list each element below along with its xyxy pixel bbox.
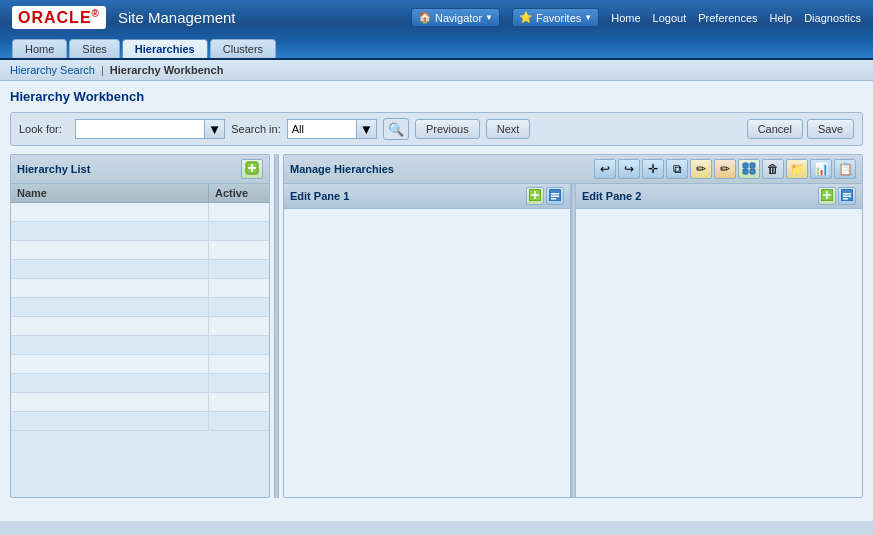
cell-active [209, 393, 269, 411]
workspace: Hierarchy List Name Active [10, 154, 863, 498]
cell-active [209, 298, 269, 316]
table-row [11, 241, 269, 260]
table-row [11, 279, 269, 298]
forward-icon: ↪ [624, 162, 634, 176]
save-button[interactable]: Save [807, 119, 854, 139]
cell-name [11, 336, 209, 354]
edit-pane-1-edit-btn[interactable] [546, 187, 564, 205]
svg-rect-18 [843, 193, 851, 195]
left-divider[interactable]: · · · [274, 154, 279, 498]
toolbar-chart-btn[interactable]: 📊 [810, 159, 832, 179]
toolbar-export-btn[interactable]: 📋 [834, 159, 856, 179]
table-row [11, 355, 269, 374]
col-active: Active [209, 184, 269, 202]
svg-rect-11 [551, 193, 559, 195]
breadcrumb-parent[interactable]: Hierarchy Search [10, 64, 95, 76]
tab-home[interactable]: Home [12, 39, 67, 58]
cell-active [209, 336, 269, 354]
search-bar: Look for: ▼ Search in: All ▼ 🔍 Previous … [10, 112, 863, 146]
cancel-button[interactable]: Cancel [747, 119, 803, 139]
tab-hierarchies[interactable]: Hierarchies [122, 39, 208, 58]
nav-logout[interactable]: Logout [653, 12, 687, 24]
svg-rect-20 [843, 198, 848, 200]
cell-name [11, 203, 209, 221]
table-row [11, 260, 269, 279]
add-hierarchy-icon [245, 161, 259, 178]
edit2-icon: ✏ [720, 162, 730, 176]
favorites-arrow: ▼ [584, 13, 592, 22]
search-in-arrow: ▼ [360, 122, 373, 137]
nav-diagnostics[interactable]: Diagnostics [804, 12, 861, 24]
toolbar-edit2-btn[interactable]: ✏ [714, 159, 736, 179]
tab-sites[interactable]: Sites [69, 39, 119, 58]
edit-icon: ✏ [696, 162, 706, 176]
toolbar-delete-btn[interactable]: 🗑 [762, 159, 784, 179]
search-text-input[interactable] [75, 119, 205, 139]
folder-icon: 📁 [790, 162, 805, 176]
copy-icon: ⧉ [673, 162, 682, 176]
previous-button[interactable]: Previous [415, 119, 480, 139]
next-button[interactable]: Next [486, 119, 531, 139]
nav-preferences[interactable]: Preferences [698, 12, 757, 24]
toolbar-copy-btn[interactable]: ⧉ [666, 159, 688, 179]
search-dropdown-btn[interactable]: ▼ [205, 119, 225, 139]
search-go-button[interactable]: 🔍 [383, 118, 409, 140]
pane2-edit-icon [841, 189, 853, 204]
look-for-label: Look for: [19, 123, 69, 135]
cell-name [11, 222, 209, 240]
navigator-btn[interactable]: 🏠 Navigator ▼ [411, 8, 500, 27]
cell-name [11, 317, 209, 335]
tabs-row: Home Sites Hierarchies Clusters [12, 35, 861, 58]
cell-active [209, 374, 269, 392]
tab-clusters[interactable]: Clusters [210, 39, 276, 58]
hierarchy-list-table-body [11, 203, 269, 497]
nav-home[interactable]: Home [611, 12, 640, 24]
toolbar-edit-btn[interactable]: ✏ [690, 159, 712, 179]
cell-name [11, 260, 209, 278]
table-row [11, 222, 269, 241]
toolbar-folder-btn[interactable]: 📁 [786, 159, 808, 179]
toolbar-create-btn[interactable] [738, 159, 760, 179]
cell-name [11, 355, 209, 373]
table-row [11, 374, 269, 393]
toolbar-back-btn[interactable]: ↩ [594, 159, 616, 179]
table-row [11, 203, 269, 222]
pane1-edit-icon [549, 189, 561, 204]
oracle-text: ORACLE [18, 9, 92, 26]
breadcrumb-sep: | [101, 64, 104, 76]
hierarchy-list-add-btn[interactable] [241, 159, 263, 179]
move-icon: ✛ [648, 162, 658, 176]
svg-rect-5 [743, 169, 748, 174]
favorites-icon: ⭐ [519, 11, 533, 24]
search-in-label: Search in: [231, 123, 281, 135]
navigator-label: Navigator [435, 12, 482, 24]
cell-name [11, 298, 209, 316]
manage-hierarchies-panel: Manage Hierarchies ↩ ↪ ✛ ⧉ ✏ [283, 154, 863, 498]
breadcrumb: Hierarchy Search | Hierarchy Workbench [0, 60, 873, 81]
manage-hierarchies-title: Manage Hierarchies [290, 163, 394, 175]
cell-active [209, 355, 269, 373]
cell-active [209, 279, 269, 297]
svg-rect-12 [551, 195, 559, 197]
edit-pane-2-add-btn[interactable] [818, 187, 836, 205]
hierarchy-list-header: Hierarchy List [11, 155, 269, 184]
favorites-btn[interactable]: ⭐ Favorites ▼ [512, 8, 599, 27]
col-name: Name [11, 184, 209, 202]
toolbar-move-btn[interactable]: ✛ [642, 159, 664, 179]
toolbar-forward-btn[interactable]: ↪ [618, 159, 640, 179]
table-row [11, 393, 269, 412]
edit-pane-1-add-btn[interactable] [526, 187, 544, 205]
cell-active [209, 203, 269, 221]
svg-rect-6 [750, 169, 755, 174]
edit-panes: Edit Pane 1 [284, 184, 862, 497]
edit-pane-1-body [284, 209, 570, 497]
divider-dots: · · · [274, 317, 280, 335]
search-bar-inner: Look for: ▼ Search in: All ▼ 🔍 Previous … [19, 118, 741, 140]
export-icon: 📋 [838, 162, 853, 176]
cell-active [209, 241, 269, 259]
nav-help[interactable]: Help [770, 12, 793, 24]
breadcrumb-current: Hierarchy Workbench [110, 64, 224, 76]
oracle-r: ® [92, 8, 100, 19]
edit-pane-2-edit-btn[interactable] [838, 187, 856, 205]
search-in-dropdown-btn[interactable]: ▼ [357, 119, 377, 139]
